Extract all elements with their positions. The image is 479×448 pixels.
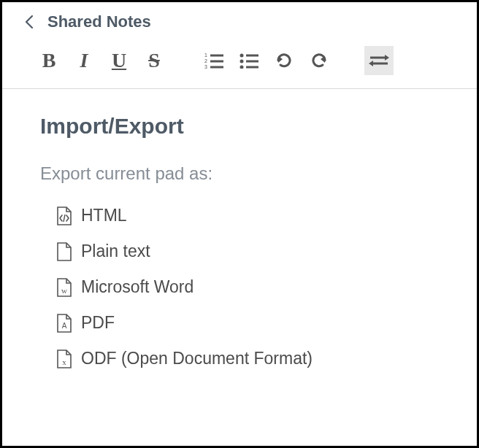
header: Shared Notes <box>2 2 477 39</box>
text-file-icon <box>56 242 72 261</box>
export-item-label: PDF <box>81 313 115 333</box>
export-list: HTML Plain text w Microsoft Word A PD <box>40 206 462 368</box>
toolbar: B I U S 1 2 3 <box>2 39 477 89</box>
export-item-label: ODF (Open Document Format) <box>81 349 313 368</box>
chevron-left-icon <box>25 15 34 29</box>
undo-button[interactable] <box>269 46 299 75</box>
underline-button[interactable]: U <box>104 46 134 75</box>
export-item-label: HTML <box>81 206 127 225</box>
unordered-list-icon <box>240 53 258 69</box>
svg-marker-17 <box>369 61 373 66</box>
ordered-list-icon: 1 2 3 <box>204 53 223 69</box>
word-file-icon: w <box>56 278 72 297</box>
export-odf[interactable]: x ODF (Open Document Format) <box>56 349 462 368</box>
svg-text:3: 3 <box>204 64 207 69</box>
svg-text:A: A <box>62 322 67 330</box>
odf-file-icon: x <box>56 349 72 368</box>
ordered-list-button[interactable]: 1 2 3 <box>199 46 229 75</box>
bold-button[interactable]: B <box>34 46 64 75</box>
svg-marker-15 <box>385 55 389 61</box>
undo-icon <box>275 51 294 70</box>
html-file-icon <box>56 206 72 225</box>
export-plain-text[interactable]: Plain text <box>56 242 462 261</box>
import-export-button[interactable] <box>364 46 394 75</box>
svg-text:2: 2 <box>204 58 207 63</box>
page-title: Shared Notes <box>47 12 151 31</box>
svg-text:w: w <box>61 286 67 295</box>
unordered-list-button[interactable] <box>234 46 264 75</box>
svg-point-8 <box>240 60 244 63</box>
export-item-label: Plain text <box>81 242 150 261</box>
export-item-label: Microsoft Word <box>81 277 193 297</box>
svg-point-6 <box>240 54 244 58</box>
redo-icon <box>310 51 329 70</box>
svg-point-10 <box>240 66 244 69</box>
swap-arrows-icon <box>369 53 389 68</box>
import-export-panel: Import/Export Export current pad as: HTM… <box>2 89 477 399</box>
strikethrough-button[interactable]: S <box>139 46 169 75</box>
export-word[interactable]: w Microsoft Word <box>56 277 462 297</box>
svg-line-18 <box>64 215 65 222</box>
export-html[interactable]: HTML <box>56 206 462 225</box>
italic-button[interactable]: I <box>69 46 99 75</box>
panel-subtitle: Export current pad as: <box>40 163 462 184</box>
back-button[interactable] <box>24 14 34 30</box>
svg-text:1: 1 <box>204 53 207 58</box>
pdf-file-icon: A <box>56 314 72 333</box>
panel-title: Import/Export <box>40 114 462 139</box>
redo-button[interactable] <box>304 46 334 75</box>
svg-text:x: x <box>62 358 66 366</box>
export-pdf[interactable]: A PDF <box>56 313 462 333</box>
